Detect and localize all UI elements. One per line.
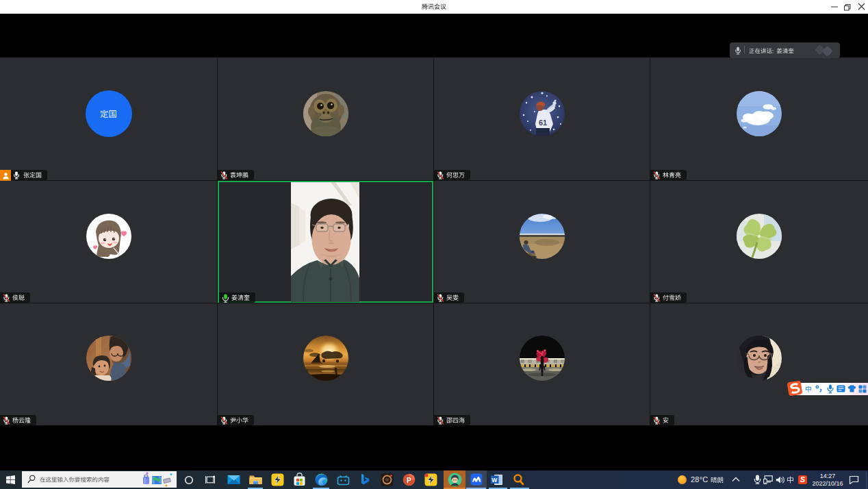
svg-text:61: 61 xyxy=(538,118,546,127)
svg-text:W: W xyxy=(492,477,498,484)
svg-text:P: P xyxy=(407,477,411,484)
